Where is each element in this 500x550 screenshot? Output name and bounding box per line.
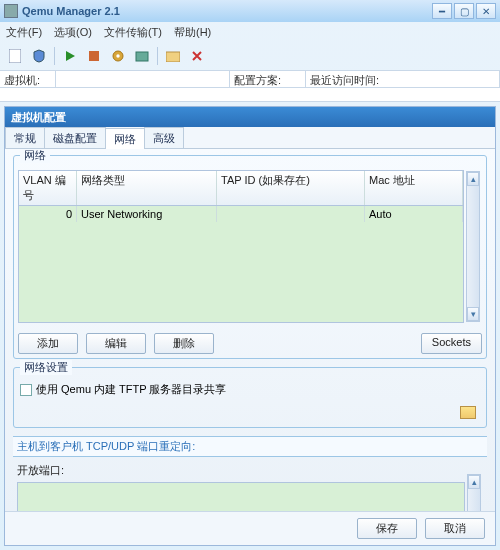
col-scheme[interactable]: 配置方案: (230, 71, 306, 87)
nic-table-head: VLAN 编号 网络类型 TAP ID (如果存在) Mac 地址 (19, 171, 463, 206)
minimize-button[interactable]: ━ (432, 3, 452, 19)
col-last-access[interactable]: 最近访问时间: (306, 71, 500, 87)
table-empty-area (19, 222, 463, 322)
col-tap[interactable]: TAP ID (如果存在) (217, 171, 365, 205)
sockets-button[interactable]: Sockets (421, 333, 482, 354)
svg-rect-0 (9, 49, 21, 63)
browse-folder-icon[interactable] (460, 406, 476, 419)
cancel-button[interactable]: 取消 (425, 518, 485, 539)
nic-button-row: 添加 编辑 删除 Sockets (14, 329, 486, 358)
delete-button[interactable]: 删除 (154, 333, 214, 354)
tab-advanced[interactable]: 高级 (144, 127, 184, 148)
vm-list-header: 虚拟机: 配置方案: 最近访问时间: (0, 70, 500, 88)
vm-list-body[interactable] (0, 88, 500, 102)
toolbar (0, 42, 500, 70)
scroll-thumb[interactable] (467, 186, 479, 307)
group-network: 网络 VLAN 编号 网络类型 TAP ID (如果存在) Mac 地址 0 U… (13, 155, 487, 359)
x-icon[interactable] (188, 47, 206, 65)
app-icon (4, 4, 18, 18)
tftp-checkbox-row: 使用 Qemu 内建 TFTP 服务器目录共享 (14, 378, 486, 401)
nic-scrollbar[interactable]: ▴ ▾ (466, 171, 480, 322)
separator (54, 47, 55, 65)
dialog-footer: 保存 取消 (5, 511, 495, 545)
col-mac[interactable]: Mac 地址 (365, 171, 463, 205)
cell-tap (217, 206, 365, 222)
tab-general[interactable]: 常规 (5, 127, 45, 148)
menu-file[interactable]: 文件(F) (6, 25, 42, 40)
new-icon[interactable] (6, 47, 24, 65)
tab-network-body: 网络 VLAN 编号 网络类型 TAP ID (如果存在) Mac 地址 0 U… (5, 149, 495, 511)
add-button[interactable]: 添加 (18, 333, 78, 354)
col-vlan[interactable]: VLAN 编号 (19, 171, 77, 205)
table-row[interactable]: 0 User Networking Auto (19, 206, 463, 222)
group-netsettings-label: 网络设置 (20, 360, 72, 375)
window-title: Qemu Manager 2.1 (22, 5, 432, 17)
scroll-thumb[interactable] (468, 489, 480, 511)
gear-icon[interactable] (109, 47, 127, 65)
config-panel: 虚拟机配置 常规 磁盘配置 网络 高级 网络 VLAN 编号 网络类型 TAP … (4, 106, 496, 546)
maximize-button[interactable]: ▢ (454, 3, 474, 19)
group-network-label: 网络 (20, 149, 50, 163)
ports-header: 主机到客户机 TCP/UDP 端口重定向: (13, 436, 487, 457)
tab-network[interactable]: 网络 (105, 128, 145, 149)
menu-options[interactable]: 选项(O) (54, 25, 92, 40)
svg-point-4 (116, 54, 119, 57)
separator (157, 47, 158, 65)
scroll-up-icon[interactable]: ▴ (467, 172, 479, 186)
folder-icon[interactable] (164, 47, 182, 65)
svg-rect-2 (89, 51, 99, 61)
scroll-up-icon[interactable]: ▴ (468, 475, 480, 489)
panel-title: 虚拟机配置 (5, 107, 495, 127)
svg-rect-5 (136, 52, 148, 61)
window: Qemu Manager 2.1 ━ ▢ ✕ 文件(F) 选项(O) 文件传输(… (0, 0, 500, 550)
tabstrip: 常规 磁盘配置 网络 高级 (5, 127, 495, 149)
close-button[interactable]: ✕ (476, 3, 496, 19)
edit-button[interactable]: 编辑 (86, 333, 146, 354)
play-icon[interactable] (61, 47, 79, 65)
ports-section: 主机到客户机 TCP/UDP 端口重定向: 开放端口: ▴ ▾ 类型: (13, 436, 487, 511)
cell-vlan: 0 (19, 206, 77, 222)
ports-list[interactable] (17, 482, 465, 511)
menubar: 文件(F) 选项(O) 文件传输(T) 帮助(H) (0, 22, 500, 42)
cell-type: User Networking (77, 206, 217, 222)
tftp-checkbox[interactable] (20, 384, 32, 396)
col-vm[interactable]: 虚拟机: (0, 71, 56, 87)
screenshot-icon[interactable] (133, 47, 151, 65)
menu-help[interactable]: 帮助(H) (174, 25, 211, 40)
nic-table[interactable]: VLAN 编号 网络类型 TAP ID (如果存在) Mac 地址 0 User… (18, 170, 464, 323)
group-netsettings: 网络设置 使用 Qemu 内建 TFTP 服务器目录共享 (13, 367, 487, 428)
titlebar[interactable]: Qemu Manager 2.1 ━ ▢ ✕ (0, 0, 500, 22)
scroll-down-icon[interactable]: ▾ (467, 307, 479, 321)
open-ports-label: 开放端口: (13, 461, 487, 480)
ports-scrollbar[interactable]: ▴ ▾ (467, 474, 481, 511)
stop-icon[interactable] (85, 47, 103, 65)
save-button[interactable]: 保存 (357, 518, 417, 539)
menu-file-transfer[interactable]: 文件传输(T) (104, 25, 162, 40)
col-type[interactable]: 网络类型 (77, 171, 217, 205)
shield-icon[interactable] (30, 47, 48, 65)
tftp-label: 使用 Qemu 内建 TFTP 服务器目录共享 (36, 382, 226, 397)
svg-marker-1 (66, 51, 75, 61)
col-spacer (56, 71, 230, 87)
tab-disk[interactable]: 磁盘配置 (44, 127, 106, 148)
svg-rect-6 (166, 52, 180, 62)
cell-mac: Auto (365, 206, 463, 222)
